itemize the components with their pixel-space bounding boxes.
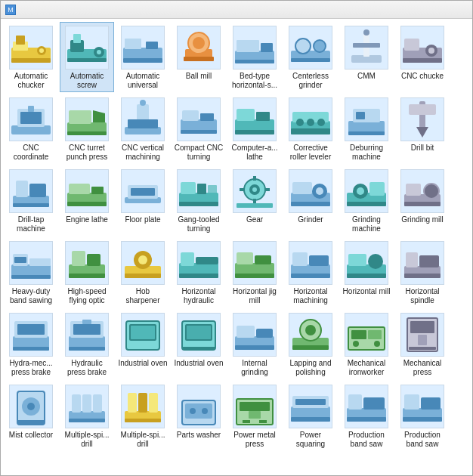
machine-label-mist-collector: Mist collector [9, 431, 53, 440]
machine-label-mechanical-ironworker: Mechanical ironworker [342, 359, 391, 377]
svg-rect-184 [69, 419, 105, 422]
machine-item-cnc-vertical[interactable]: CNC vertical machining [116, 94, 170, 164]
machine-item-multiple-spi1[interactable]: Multiple-spi... drill [60, 381, 114, 451]
machine-item-cmm[interactable]: CMM [339, 22, 394, 92]
svg-rect-166 [292, 345, 329, 350]
machine-item-hydraulic-press[interactable]: Hydraulic press brake [60, 309, 114, 379]
machine-item-bed-type[interactable]: Bed-type horizontal-s... [227, 22, 282, 92]
machine-item-cnc-coordinate[interactable]: CNC coordinate [4, 94, 58, 164]
machine-item-horizontal-jig[interactable]: Horizontal jig mill [227, 237, 282, 308]
svg-rect-127 [255, 255, 271, 264]
svg-rect-154 [146, 341, 153, 345]
machine-label-power-metal: Power metal press [230, 431, 280, 449]
machine-item-computer-lathe[interactable]: Computer-a... lathe [227, 94, 282, 164]
svg-rect-77 [67, 202, 107, 206]
svg-point-60 [307, 119, 314, 126]
machine-icon-floor-plate [121, 169, 165, 213]
machine-item-mist-collector[interactable]: Mist collector [4, 381, 58, 451]
machine-icon-cmm [345, 26, 388, 70]
machine-item-lapping[interactable]: Lapping and polishing [283, 309, 338, 379]
machine-icon-automatic-universal [121, 26, 165, 70]
machine-label-floor-plate: Floor plate [125, 215, 160, 224]
machine-item-automatic-universal[interactable]: Automatic universal [116, 22, 170, 92]
machine-item-automatic-screw[interactable]: Automatic screw [60, 22, 114, 92]
svg-rect-114 [72, 251, 85, 266]
machine-item-engine-lathe[interactable]: Engine lathe [60, 165, 114, 236]
machine-item-cnc-chucke[interactable]: CNC chucke [395, 22, 450, 92]
machine-label-cnc-coordinate: CNC coordinate [6, 144, 56, 162]
svg-rect-108 [11, 264, 51, 277]
svg-point-192 [190, 408, 196, 414]
machine-item-hydra-mec[interactable]: Hydra-mec... press brake [4, 309, 58, 379]
machine-label-deburring: Deburring machine [342, 144, 391, 162]
machine-item-mechanical-press[interactable]: Mechanical press [395, 309, 450, 379]
machine-item-deburring[interactable]: Deburring machine [339, 94, 394, 164]
svg-rect-92 [265, 188, 270, 191]
machine-item-centerless-grinder[interactable]: Centerless grinder [283, 22, 338, 92]
machine-item-parts-washer[interactable]: Parts washer [172, 381, 226, 451]
machine-item-grinder[interactable]: Grinder [283, 165, 338, 236]
machine-label-high-speed: High-speed flying optic [62, 287, 112, 305]
svg-rect-5 [11, 58, 51, 63]
machine-item-drill-bit[interactable]: Drill bit [395, 94, 450, 164]
svg-rect-123 [196, 257, 218, 264]
machine-icon-power-metal [233, 385, 277, 428]
svg-rect-188 [149, 393, 158, 413]
machine-label-cnc-turret: CNC turret punch press [62, 144, 112, 162]
machine-item-gang-tooled[interactable]: Gang-tooled turning [172, 165, 226, 236]
machine-item-mechanical-ironworker[interactable]: Mechanical ironworker [339, 309, 394, 379]
machine-item-heavy-duty[interactable]: Heavy-duty band sawing [4, 237, 58, 308]
machine-icon-engine-lathe [65, 169, 109, 213]
machine-item-production-band-saw2[interactable]: Production band saw [395, 381, 450, 451]
machine-item-ball-mill[interactable]: Ball mill [172, 22, 226, 92]
svg-rect-131 [309, 255, 329, 266]
machine-item-floor-plate[interactable]: Floor plate [116, 165, 170, 236]
svg-marker-68 [416, 127, 428, 138]
machine-item-hob-sharpener[interactable]: Hob sharpener [116, 237, 170, 308]
svg-rect-205 [363, 397, 385, 410]
machine-item-high-speed[interactable]: High-speed flying optic [60, 237, 114, 308]
machine-item-grinding-mill[interactable]: Grinding mill [395, 165, 450, 236]
machine-item-grinding-machine[interactable]: Grinding machine [339, 165, 394, 236]
svg-rect-69 [409, 104, 436, 115]
svg-rect-65 [356, 112, 365, 119]
svg-rect-189 [125, 419, 161, 422]
svg-point-193 [202, 408, 208, 414]
machine-item-production-band-saw[interactable]: Production band saw [339, 381, 394, 451]
machine-item-power-squaring[interactable]: Power squaring [283, 381, 338, 451]
svg-rect-62 [291, 128, 330, 134]
machine-item-horizontal-spindle[interactable]: Horizontal spindle [395, 237, 450, 308]
machine-icon-hydra-mec [9, 313, 53, 357]
machine-item-horizontal-hydraulic[interactable]: Horizontal hydraulic [172, 237, 226, 308]
machine-item-power-metal[interactable]: Power metal press [227, 381, 282, 451]
svg-rect-153 [132, 341, 140, 345]
machine-item-industrial-oven2[interactable]: Industrial oven [172, 309, 226, 379]
machine-item-gear[interactable]: Gear [227, 165, 282, 236]
svg-rect-89 [253, 176, 256, 181]
svg-rect-199 [291, 406, 330, 419]
machine-item-horizontal-machining[interactable]: Horizontal machining [283, 237, 338, 308]
machine-item-multiple-spi2[interactable]: Multiple-spi... drill [116, 381, 170, 451]
svg-rect-203 [347, 408, 386, 419]
machine-item-industrial-oven1[interactable]: Industrial oven [116, 309, 170, 379]
machine-item-corrective-roller[interactable]: Corrective roller leveler [283, 94, 338, 164]
svg-rect-14 [146, 42, 158, 49]
svg-rect-174 [418, 335, 427, 345]
svg-rect-27 [291, 58, 330, 62]
machine-item-internal-grinding[interactable]: Internal grinding [227, 309, 282, 379]
machine-icon-bed-type [233, 26, 277, 70]
machine-item-cnc-turret[interactable]: CNC turret punch press [60, 94, 114, 164]
machine-item-horizontal-mill[interactable]: Horizontal mill [339, 237, 394, 308]
svg-rect-91 [240, 188, 244, 191]
svg-rect-173 [410, 321, 434, 333]
machine-icon-power-squaring [289, 385, 332, 428]
machine-item-automatic-chucker[interactable]: Automatic chucker [4, 22, 58, 92]
svg-rect-51 [200, 113, 214, 121]
svg-rect-20 [235, 51, 274, 61]
machine-item-drill-tap[interactable]: Drill-tap machine [4, 165, 58, 236]
svg-rect-169 [368, 330, 382, 339]
machine-item-compact-cnc[interactable]: Compact CNC turning [172, 94, 226, 164]
machine-label-industrial-oven1: Industrial oven [118, 359, 167, 368]
machine-label-grinder: Grinder [298, 215, 323, 224]
machine-label-ball-mill: Ball mill [186, 72, 212, 81]
